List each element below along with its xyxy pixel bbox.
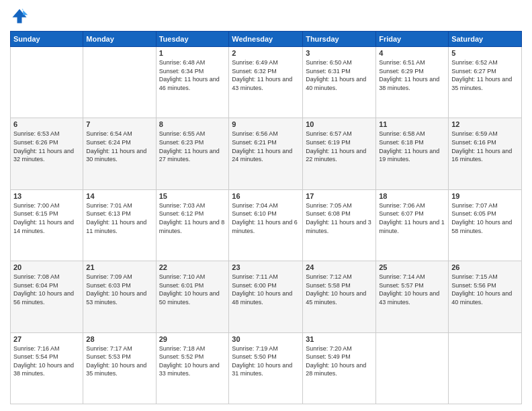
calendar-cell: 10Sunrise: 6:57 AMSunset: 6:19 PMDayligh… [303,118,376,189]
calendar-cell: 19Sunrise: 7:07 AMSunset: 6:05 PMDayligh… [449,189,522,261]
calendar-cell: 14Sunrise: 7:01 AMSunset: 6:13 PMDayligh… [83,189,156,261]
day-info: Sunrise: 6:58 AMSunset: 6:18 PMDaylight:… [379,130,445,163]
day-info: Sunrise: 6:50 AMSunset: 6:31 PMDaylight:… [306,58,373,92]
day-number: 23 [232,263,300,271]
weekday-header-monday: Monday [83,32,156,47]
day-number: 9 [232,120,300,128]
calendar-cell: 28Sunrise: 7:17 AMSunset: 5:53 PMDayligh… [83,332,156,404]
day-info: Sunrise: 7:09 AMSunset: 6:03 PMDaylight:… [86,273,152,306]
day-info: Sunrise: 7:08 AMSunset: 6:04 PMDaylight:… [13,273,80,306]
calendar-cell: 16Sunrise: 7:04 AMSunset: 6:10 PMDayligh… [229,189,303,261]
day-info: Sunrise: 7:04 AMSunset: 6:10 PMDaylight:… [232,201,300,235]
day-info: Sunrise: 7:03 AMSunset: 6:12 PMDaylight:… [159,201,226,235]
day-number: 18 [379,192,445,200]
calendar-cell: 21Sunrise: 7:09 AMSunset: 6:03 PMDayligh… [83,261,156,332]
calendar-cell [449,332,522,404]
calendar-cell: 6Sunrise: 6:53 AMSunset: 6:26 PMDaylight… [11,118,83,189]
calendar-cell: 29Sunrise: 7:18 AMSunset: 5:52 PMDayligh… [156,332,229,404]
calendar-week-4: 20Sunrise: 7:08 AMSunset: 6:04 PMDayligh… [11,261,522,332]
day-info: Sunrise: 7:15 AMSunset: 5:56 PMDaylight:… [451,273,519,306]
day-number: 28 [86,335,152,343]
day-number: 29 [159,335,226,343]
svg-marker-0 [13,9,27,24]
calendar-week-1: 1Sunrise: 6:48 AMSunset: 6:34 PMDaylight… [11,47,522,118]
day-number: 11 [379,120,445,128]
day-number: 8 [159,120,226,128]
day-number: 13 [13,192,80,200]
day-number: 30 [232,335,300,343]
day-number: 24 [306,263,373,271]
day-info: Sunrise: 6:52 AMSunset: 6:27 PMDaylight:… [451,58,519,92]
day-number: 26 [451,263,519,271]
calendar-cell: 3Sunrise: 6:50 AMSunset: 6:31 PMDaylight… [303,47,376,118]
calendar-cell: 7Sunrise: 6:54 AMSunset: 6:24 PMDaylight… [83,118,156,189]
calendar-week-3: 13Sunrise: 7:00 AMSunset: 6:15 PMDayligh… [11,189,522,261]
calendar-cell: 12Sunrise: 6:59 AMSunset: 6:16 PMDayligh… [449,118,522,189]
day-info: Sunrise: 7:01 AMSunset: 6:13 PMDaylight:… [86,201,152,235]
day-info: Sunrise: 6:59 AMSunset: 6:16 PMDaylight:… [451,130,519,163]
day-info: Sunrise: 7:11 AMSunset: 6:00 PMDaylight:… [232,273,300,306]
day-info: Sunrise: 7:06 AMSunset: 6:07 PMDaylight:… [379,201,445,235]
day-number: 2 [232,49,300,57]
day-number: 12 [451,120,519,128]
calendar-cell [376,332,449,404]
calendar-cell: 27Sunrise: 7:16 AMSunset: 5:54 PMDayligh… [11,332,83,404]
calendar-cell: 20Sunrise: 7:08 AMSunset: 6:04 PMDayligh… [11,261,83,332]
day-info: Sunrise: 7:00 AMSunset: 6:15 PMDaylight:… [13,201,80,235]
calendar-cell [83,47,156,118]
calendar-cell: 8Sunrise: 6:55 AMSunset: 6:23 PMDaylight… [156,118,229,189]
header [10,7,522,26]
calendar-cell: 24Sunrise: 7:12 AMSunset: 5:58 PMDayligh… [303,261,376,332]
calendar-cell: 11Sunrise: 6:58 AMSunset: 6:18 PMDayligh… [376,118,449,189]
day-number: 15 [159,192,226,200]
day-info: Sunrise: 6:51 AMSunset: 6:29 PMDaylight:… [379,58,445,92]
day-number: 6 [13,120,80,128]
calendar-cell: 5Sunrise: 6:52 AMSunset: 6:27 PMDaylight… [449,47,522,118]
calendar-cell: 9Sunrise: 6:56 AMSunset: 6:21 PMDaylight… [229,118,303,189]
day-number: 17 [306,192,373,200]
day-number: 4 [379,49,445,57]
calendar-cell: 26Sunrise: 7:15 AMSunset: 5:56 PMDayligh… [449,261,522,332]
day-number: 31 [306,335,373,343]
day-info: Sunrise: 6:54 AMSunset: 6:24 PMDaylight:… [86,130,152,163]
day-number: 16 [232,192,300,200]
day-number: 14 [86,192,152,200]
day-number: 19 [451,192,519,200]
calendar-cell: 15Sunrise: 7:03 AMSunset: 6:12 PMDayligh… [156,189,229,261]
day-info: Sunrise: 7:18 AMSunset: 5:52 PMDaylight:… [159,345,226,378]
day-info: Sunrise: 7:17 AMSunset: 5:53 PMDaylight:… [86,345,152,378]
day-info: Sunrise: 7:07 AMSunset: 6:05 PMDaylight:… [451,201,519,235]
calendar-cell [11,47,83,118]
calendar-cell: 23Sunrise: 7:11 AMSunset: 6:00 PMDayligh… [229,261,303,332]
day-number: 20 [13,263,80,271]
calendar-week-2: 6Sunrise: 6:53 AMSunset: 6:26 PMDaylight… [11,118,522,189]
weekday-header-friday: Friday [376,32,449,47]
day-info: Sunrise: 6:48 AMSunset: 6:34 PMDaylight:… [159,58,226,92]
day-number: 1 [159,49,226,57]
day-info: Sunrise: 7:12 AMSunset: 5:58 PMDaylight:… [306,273,373,306]
day-number: 7 [86,120,152,128]
day-info: Sunrise: 6:53 AMSunset: 6:26 PMDaylight:… [13,130,80,163]
calendar-cell: 17Sunrise: 7:05 AMSunset: 6:08 PMDayligh… [303,189,376,261]
calendar-cell: 2Sunrise: 6:49 AMSunset: 6:32 PMDaylight… [229,47,303,118]
day-info: Sunrise: 7:16 AMSunset: 5:54 PMDaylight:… [13,345,80,378]
calendar-cell: 22Sunrise: 7:10 AMSunset: 6:01 PMDayligh… [156,261,229,332]
page: SundayMondayTuesdayWednesdayThursdayFrid… [0,0,532,411]
calendar-cell: 25Sunrise: 7:14 AMSunset: 5:57 PMDayligh… [376,261,449,332]
day-info: Sunrise: 7:05 AMSunset: 6:08 PMDaylight:… [306,201,373,235]
day-info: Sunrise: 7:10 AMSunset: 6:01 PMDaylight:… [159,273,226,306]
weekday-header-sunday: Sunday [11,32,83,47]
day-info: Sunrise: 7:20 AMSunset: 5:49 PMDaylight:… [306,345,373,378]
logo-icon [10,7,29,26]
weekday-header-thursday: Thursday [303,32,376,47]
calendar-cell: 4Sunrise: 6:51 AMSunset: 6:29 PMDaylight… [376,47,449,118]
day-number: 21 [86,263,152,271]
weekday-header-saturday: Saturday [449,32,522,47]
calendar-header-row: SundayMondayTuesdayWednesdayThursdayFrid… [11,32,522,47]
logo [10,7,32,26]
day-number: 27 [13,335,80,343]
day-info: Sunrise: 7:14 AMSunset: 5:57 PMDaylight:… [379,273,445,306]
weekday-header-wednesday: Wednesday [229,32,303,47]
calendar-cell: 1Sunrise: 6:48 AMSunset: 6:34 PMDaylight… [156,47,229,118]
day-info: Sunrise: 6:49 AMSunset: 6:32 PMDaylight:… [232,58,300,92]
